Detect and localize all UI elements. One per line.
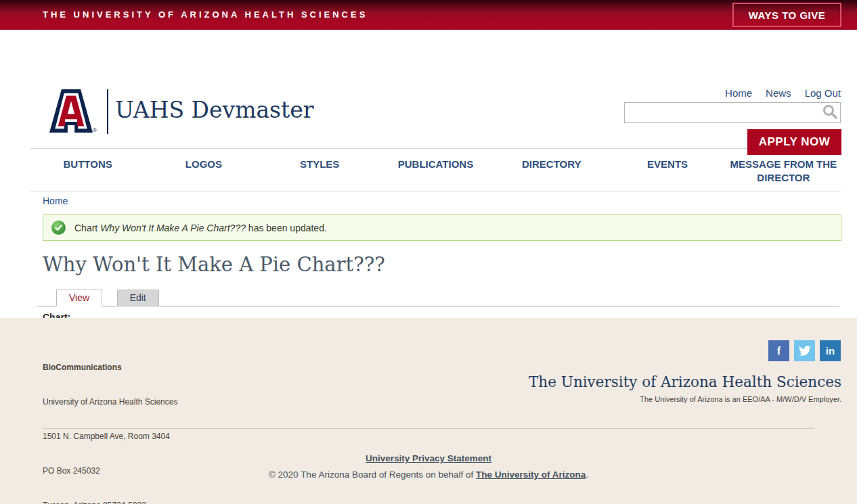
footer-org-wordmark[interactable]: The University of Arizona Health Science… <box>529 373 841 390</box>
apply-now-button[interactable]: APPLY NOW <box>747 129 841 155</box>
search-input[interactable] <box>624 102 841 123</box>
copyright-line: © 2020 The Arizona Board of Regents on b… <box>0 469 857 480</box>
primary-tabs: View Edit <box>37 290 839 306</box>
footer-department: BioCommunications <box>43 362 177 373</box>
nav-item-events[interactable]: EVENTS <box>609 149 725 191</box>
footer-legal: University Privacy Statement © 2020 The … <box>0 453 857 480</box>
success-checkmark-icon <box>51 221 66 235</box>
status-message-text: Chart Why Won't It Make A Pie Chart??? h… <box>74 223 327 233</box>
page-footer: BioCommunications University of Arizona … <box>0 318 857 504</box>
topbar-brand-text: THE UNIVERSITY OF ARIZONA HEALTH SCIENCE… <box>43 0 368 30</box>
search-box <box>624 102 841 123</box>
privacy-statement-link[interactable]: University Privacy Statement <box>366 453 491 463</box>
linkedin-glyph: in <box>826 345 835 357</box>
nav-item-styles[interactable]: STYLES <box>262 149 378 191</box>
footer-address-line: University of Arizona Health Sciences <box>43 396 177 408</box>
linkedin-icon[interactable]: in <box>820 340 841 361</box>
page-title: Why Won't It Make A Pie Chart??? <box>43 253 841 276</box>
main-navigation: BUTTONS LOGOS STYLES PUBLICATIONS DIRECT… <box>30 148 841 191</box>
registered-trademark: ® <box>93 127 97 133</box>
footer-eeo-statement: The University of Arizona is an EEO/AA -… <box>640 395 841 403</box>
search-submit-button[interactable] <box>820 104 839 122</box>
footer-address-line: 1501 N. Campbell Ave, Room 3404 <box>43 431 177 442</box>
tab-edit[interactable]: Edit <box>117 290 159 306</box>
footer-address-line: Tucson, Arizona 85724-5032 <box>43 500 177 504</box>
search-icon <box>822 112 838 122</box>
footer-divider <box>43 428 814 429</box>
status-message: Chart Why Won't It Make A Pie Chart??? h… <box>43 214 841 241</box>
nav-item-message-from-director[interactable]: MESSAGE FROM THE DIRECTOR <box>726 149 841 191</box>
nav-item-buttons[interactable]: BUTTONS <box>30 149 146 191</box>
university-block-a-logo[interactable]: ® <box>49 88 124 137</box>
status-chart-title: Why Won't It Make A Pie Chart??? <box>100 223 246 233</box>
social-links: f in <box>768 340 841 361</box>
top-crimson-bar: THE UNIVERSITY OF ARIZONA HEALTH SCIENCE… <box>0 0 857 30</box>
twitter-icon[interactable] <box>794 340 815 361</box>
header-link-home[interactable]: Home <box>725 87 752 99</box>
header-link-news[interactable]: News <box>766 87 791 99</box>
tab-view[interactable]: View <box>56 290 102 306</box>
nav-item-publications[interactable]: PUBLICATIONS <box>378 149 493 191</box>
site-name-link[interactable]: UAHS Devmaster <box>115 97 314 123</box>
university-of-arizona-link[interactable]: The University of Arizona <box>476 469 586 480</box>
breadcrumb-home-link[interactable]: Home <box>43 196 68 206</box>
ways-to-give-button[interactable]: WAYS TO GIVE <box>732 3 841 27</box>
site-header: ® UAHS Devmaster Home News Log Out APPLY… <box>0 30 857 148</box>
header-utility-links: Home News Log Out <box>725 87 841 99</box>
header-link-logout[interactable]: Log Out <box>805 87 841 99</box>
logo-divider <box>107 89 108 134</box>
facebook-glyph: f <box>777 344 781 358</box>
nav-item-logos[interactable]: LOGOS <box>146 149 261 191</box>
breadcrumb: Home <box>43 196 841 206</box>
nav-item-directory[interactable]: DIRECTORY <box>493 149 609 191</box>
block-a-icon <box>49 88 124 134</box>
facebook-icon[interactable]: f <box>768 340 789 361</box>
